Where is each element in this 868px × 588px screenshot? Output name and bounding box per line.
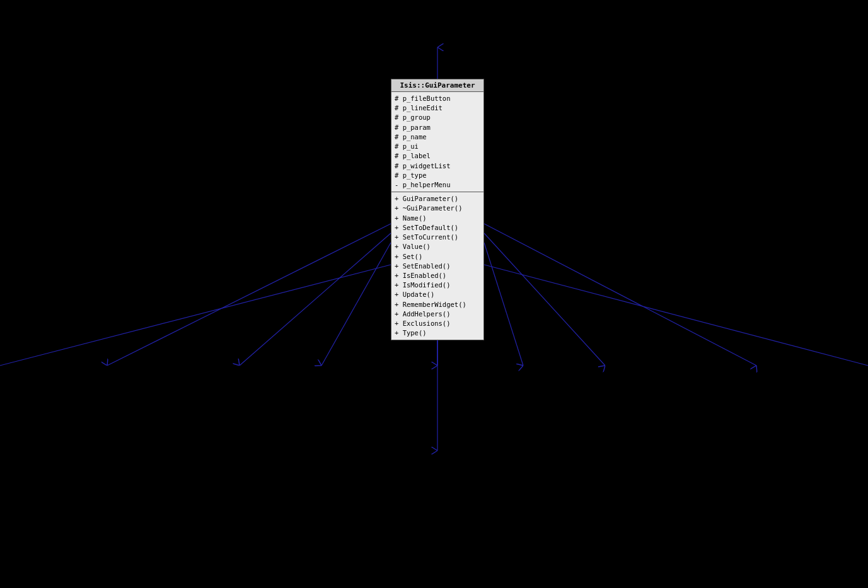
attribute-line: # p_param <box>395 123 480 132</box>
svg-line-4 <box>321 243 391 366</box>
method-line: + IsEnabled() <box>395 271 480 280</box>
attribute-line: - p_helperMenu <box>395 180 480 190</box>
method-line: + GuiParameter() <box>395 194 480 204</box>
method-line: + SetToDefault() <box>395 223 480 233</box>
attribute-line: # p_type <box>395 171 480 180</box>
class-methods: + GuiParameter()+ ~GuiParameter()+ Name(… <box>391 192 483 340</box>
class-diagram-box: Isis::GuiParameter # p_fileButton# p_lin… <box>391 79 484 340</box>
svg-line-2 <box>107 224 391 366</box>
attribute-line: # p_name <box>395 132 480 142</box>
method-line: + Update() <box>395 290 480 299</box>
method-line: + Exclusions() <box>395 319 480 328</box>
svg-line-11 <box>484 265 868 366</box>
attribute-line: # p_fileButton <box>395 94 480 103</box>
attribute-line: # p_group <box>395 113 480 122</box>
svg-line-3 <box>240 233 391 366</box>
method-line: + SetToCurrent() <box>395 233 480 242</box>
attribute-line: # p_widgetList <box>395 161 480 171</box>
attribute-line: # p_label <box>395 151 480 161</box>
method-line: + IsModified() <box>395 280 480 290</box>
attribute-line: # p_lineEdit <box>395 103 480 113</box>
svg-line-5 <box>484 224 756 366</box>
method-line: + Value() <box>395 242 480 251</box>
class-attributes: # p_fileButton# p_lineEdit# p_group# p_p… <box>391 92 483 192</box>
method-line: + Type() <box>395 328 480 338</box>
svg-line-10 <box>0 265 391 366</box>
method-line: + SetEnabled() <box>395 262 480 271</box>
method-line: + RememberWidget() <box>395 300 480 309</box>
method-line: + Set() <box>395 252 480 262</box>
method-line: + Name() <box>395 214 480 223</box>
attribute-line: # p_ui <box>395 142 480 151</box>
method-line: + ~GuiParameter() <box>395 204 480 213</box>
svg-line-7 <box>484 243 523 366</box>
method-line: + AddHelpers() <box>395 309 480 319</box>
class-title: Isis::GuiParameter <box>391 79 483 92</box>
